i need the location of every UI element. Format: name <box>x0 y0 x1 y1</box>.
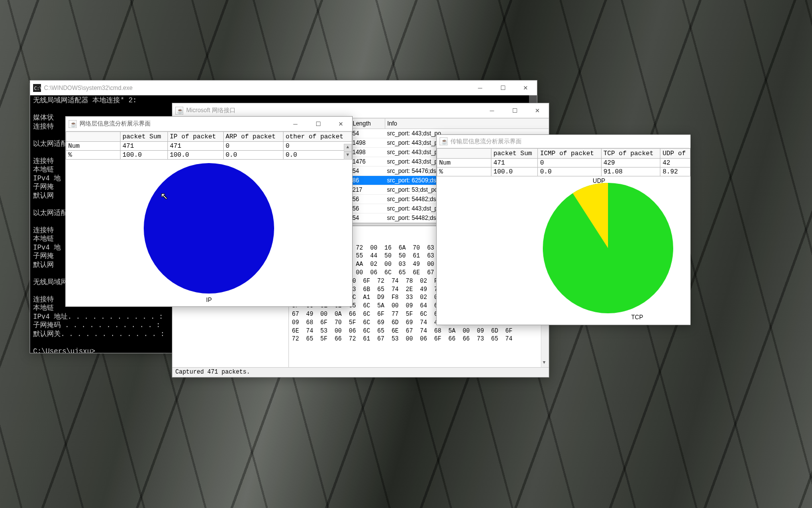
pie-label-udp: UDP <box>593 177 605 184</box>
col-header: IP of packet <box>167 132 223 142</box>
close-button[interactable]: ✕ <box>329 117 352 131</box>
cell: 100.0 <box>167 151 223 160</box>
maximize-button[interactable]: ☐ <box>307 117 329 131</box>
net-analysis-window: ☕ 网络层信息流分析展示界面 ─ ☐ ✕ packet SumIP of pac… <box>65 116 353 307</box>
cell: 0 <box>538 159 601 168</box>
maximize-button[interactable]: ☐ <box>491 81 514 95</box>
cell: Num <box>437 159 491 168</box>
cmd-icon: C:\ <box>33 84 41 92</box>
pie-label-ip: IP <box>206 296 211 303</box>
hex-row: 72 65 5F 66 72 61 67 53 00 06 6F 66 66 7… <box>292 335 546 343</box>
trans-pie-chart: UDP TCP <box>437 176 690 325</box>
cell: 429 <box>601 159 660 168</box>
pie-label-tcp: TCP <box>631 314 643 321</box>
cell: % <box>437 168 491 176</box>
hex-row: 6E 74 53 00 06 6C 65 6E 67 74 68 5A 00 0… <box>292 327 546 336</box>
col-header: packet Sum <box>121 132 168 142</box>
cmd-title: C:\WINDOWS\system32\cmd.exe <box>44 85 469 91</box>
cell: 42 <box>660 159 690 168</box>
table-row: Num471042942 <box>437 159 690 168</box>
svg-text:☕: ☕ <box>177 107 183 114</box>
java-icon: ☕ <box>69 120 77 128</box>
net-pie-chart: IP <box>66 160 352 306</box>
col-length[interactable]: Length <box>351 119 385 129</box>
table-row: %100.00.091.088.92 <box>437 168 690 176</box>
trans-analysis-table: packet SumICMP of packetTCP of packetUDP… <box>437 148 690 176</box>
svg-text:☕: ☕ <box>70 121 77 127</box>
col-header <box>66 132 121 142</box>
maximize-button[interactable]: ☐ <box>503 104 526 118</box>
status-bar: Captured 471 packets. <box>172 367 549 377</box>
trans-analysis-window: ☕ 传输层信息流分析展示界面 packet SumICMP of packetT… <box>436 134 690 325</box>
net-analysis-title: 网络层信息流分析展示界面 <box>80 120 284 128</box>
net-analysis-titlebar[interactable]: ☕ 网络层信息流分析展示界面 ─ ☐ ✕ <box>66 117 352 131</box>
net-analysis-table: packet SumIP of packetARP of packetother… <box>66 131 352 160</box>
cell: % <box>66 151 121 160</box>
cell: 8.92 <box>660 168 690 176</box>
trans-analysis-title: 传输层信息流分析展示界面 <box>450 137 690 146</box>
col-header: ARP of packet <box>223 132 284 142</box>
svg-text:C:\: C:\ <box>34 86 41 91</box>
table-scrollbar[interactable]: ▲ ▼ <box>344 144 352 160</box>
table-row: %100.0100.00.00.0 <box>66 151 352 160</box>
col-info[interactable]: Info <box>385 119 549 129</box>
col-header: ICMP of packet <box>538 149 601 159</box>
java-icon: ☕ <box>440 137 447 145</box>
cell: 0.0 <box>223 151 284 160</box>
java-icon: ☕ <box>175 107 183 115</box>
cell: 471 <box>167 142 223 151</box>
minimize-button[interactable]: ─ <box>284 117 307 131</box>
capture-title: Microsoft 网络接口 <box>186 106 481 115</box>
cell: 100.0 <box>121 151 168 160</box>
cell: 0.0 <box>538 168 601 176</box>
col-header: other of packet <box>284 132 352 142</box>
minimize-button[interactable]: ─ <box>469 81 491 95</box>
table-row: Num47147100 <box>66 142 352 151</box>
svg-point-6 <box>144 163 274 294</box>
col-header: packet Sum <box>491 149 538 159</box>
minimize-button[interactable]: ─ <box>481 104 503 118</box>
close-button[interactable]: ✕ <box>526 104 549 118</box>
col-header: TCP of packet <box>601 149 660 159</box>
cell: Num <box>66 142 121 151</box>
svg-text:☕: ☕ <box>441 138 447 145</box>
col-header <box>437 149 491 159</box>
col-header: UDP of <box>660 149 690 159</box>
cell: 100.0 <box>491 168 538 176</box>
close-button[interactable]: ✕ <box>514 81 537 95</box>
trans-analysis-titlebar[interactable]: ☕ 传输层信息流分析展示界面 <box>437 135 690 148</box>
cell: 91.08 <box>601 168 660 176</box>
cell: 471 <box>121 142 168 151</box>
cell: 0.0 <box>284 151 352 160</box>
cmd-titlebar[interactable]: C:\ C:\WINDOWS\system32\cmd.exe ─ ☐ ✕ <box>30 81 537 95</box>
cell: 0 <box>284 142 352 151</box>
cell: 0 <box>223 142 284 151</box>
cell: 471 <box>491 159 538 168</box>
